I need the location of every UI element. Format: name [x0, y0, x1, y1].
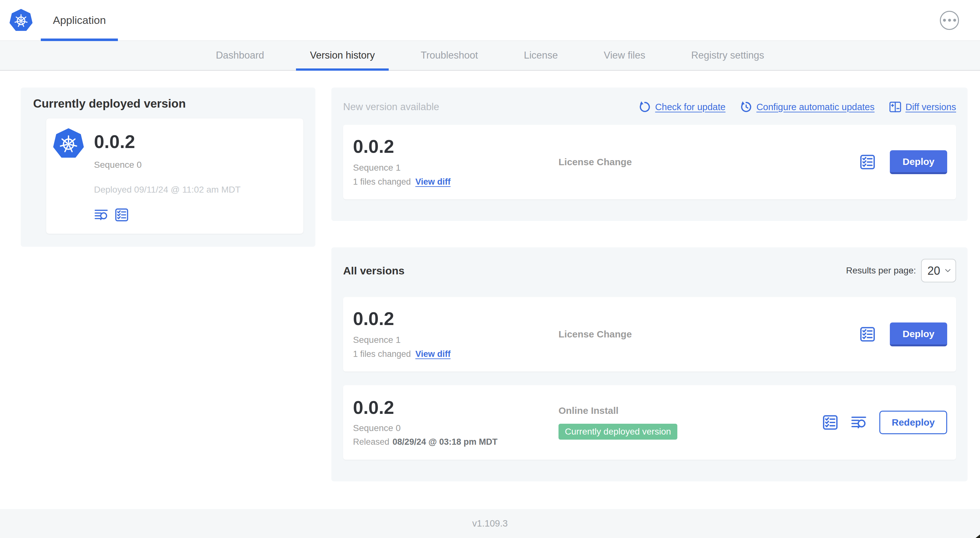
kots-admin-console: { "colors": { "primary_blue": "#3B6CDE",… [0, 0, 980, 538]
released-row: Released 08/29/24 @ 03:18 pm MDT [353, 437, 558, 447]
checklist-icon[interactable] [115, 208, 129, 222]
tab-license[interactable]: License [501, 41, 581, 70]
app-nav: Dashboard Version history Troubleshoot L… [0, 41, 980, 71]
version-source: License Change [558, 157, 859, 167]
overflow-menu-button[interactable] [940, 11, 959, 30]
checklist-icon[interactable] [822, 414, 838, 431]
tab-registry-settings[interactable]: Registry settings [668, 41, 787, 70]
version-info: 0.0.2 Sequence 1 1 files changed View di… [353, 137, 558, 187]
currently-deployed-title: Currently deployed version [33, 97, 304, 111]
source-label: License Change [558, 157, 632, 167]
tab-view-files[interactable]: View files [581, 41, 668, 70]
logs-icon[interactable] [94, 208, 109, 222]
new-version-panel: New version available Check for update C… [331, 87, 967, 221]
version-actions: Deploy [859, 322, 947, 346]
deployed-version-details: 0.0.2 Sequence 0 Deployed 09/11/24 @ 11:… [94, 128, 240, 222]
deployed-card-actions [94, 208, 240, 222]
version-sequence: Sequence 1 [353, 335, 558, 345]
configure-automatic-updates-link[interactable]: Configure automatic updates [740, 100, 875, 114]
version-number: 0.0.2 [353, 137, 558, 156]
main-content: Currently deployed version 0.0.2 Sequenc… [0, 71, 980, 509]
currently-deployed-panel: Currently deployed version 0.0.2 Sequenc… [21, 87, 315, 247]
checklist-icon[interactable] [859, 154, 876, 170]
view-diff-link[interactable]: View diff [415, 349, 451, 359]
version-row: 0.0.2 Sequence 1 1 files changed View di… [343, 297, 956, 371]
version-sequence: Sequence 0 [353, 423, 558, 433]
version-info: 0.0.2 Sequence 1 1 files changed View di… [353, 309, 558, 359]
all-versions-panel: All versions Results per page: 20 0.0.2 … [331, 248, 967, 481]
files-changed-row: 1 files changed View diff [353, 177, 558, 187]
files-changed-text: 1 files changed [353, 349, 411, 359]
results-per-page-label: Results per page: [846, 265, 916, 276]
source-label: Online Install [558, 405, 618, 416]
version-row: 0.0.2 Sequence 0 Released 08/29/24 @ 03:… [343, 385, 956, 460]
deploy-button[interactable]: Deploy [890, 322, 947, 346]
all-versions-title: All versions [343, 265, 405, 277]
version-number: 0.0.2 [353, 309, 558, 328]
deployed-sequence: Sequence 0 [94, 160, 240, 170]
diff-versions-link[interactable]: Diff versions [889, 100, 956, 114]
logs-icon[interactable] [851, 414, 867, 431]
redeploy-button[interactable]: Redeploy [879, 411, 947, 434]
files-changed-row: 1 files changed View diff [353, 349, 558, 359]
deploy-button[interactable]: Deploy [890, 150, 947, 174]
new-version-panel-head: New version available Check for update C… [343, 87, 956, 114]
released-prefix: Released [353, 437, 389, 447]
results-per-page-select-wrap: 20 [921, 259, 956, 282]
results-per-page: Results per page: 20 [846, 259, 956, 282]
released-date: 08/29/24 @ 03:18 pm MDT [393, 437, 497, 447]
version-info: 0.0.2 Sequence 0 Released 08/29/24 @ 03:… [353, 398, 558, 447]
version-actions: Deploy [859, 150, 947, 174]
scheduled-update-icon [740, 100, 753, 114]
check-for-update-link[interactable]: Check for update [638, 100, 725, 114]
console-version: v1.109.3 [472, 518, 508, 529]
app-header: Application [0, 0, 980, 41]
tab-troubleshoot[interactable]: Troubleshoot [398, 41, 501, 70]
version-source: Online Install Currently deployed versio… [558, 405, 822, 440]
version-actions: Redeploy [822, 411, 947, 434]
kubernetes-logo-icon [10, 9, 32, 32]
ellipsis-icon [943, 19, 946, 22]
all-versions-head: All versions Results per page: 20 [343, 248, 956, 282]
update-actions: Check for update Configure automatic upd… [638, 100, 956, 114]
deployed-version-number: 0.0.2 [94, 132, 240, 151]
source-label: License Change [558, 329, 632, 340]
kubernetes-logo-icon [53, 128, 84, 159]
files-changed-text: 1 files changed [353, 177, 411, 187]
app-tab[interactable]: Application [41, 0, 118, 41]
app-footer: v1.109.3 [0, 509, 980, 538]
refresh-icon [638, 100, 652, 114]
currently-deployed-badge: Currently deployed version [558, 424, 677, 440]
results-per-page-select[interactable]: 20 [921, 259, 956, 282]
right-column: New version available Check for update C… [331, 87, 967, 481]
new-version-title: New version available [343, 101, 439, 113]
tab-version-history[interactable]: Version history [287, 41, 398, 70]
version-sequence: Sequence 1 [353, 163, 558, 173]
view-diff-link[interactable]: View diff [415, 177, 451, 187]
new-version-card: 0.0.2 Sequence 1 1 files changed View di… [343, 125, 956, 199]
app-title: Application [53, 14, 106, 26]
version-number: 0.0.2 [353, 398, 558, 417]
deployed-timestamp: Deployed 09/11/24 @ 11:02 am MDT [94, 185, 240, 195]
tab-dashboard[interactable]: Dashboard [193, 41, 287, 70]
version-source: License Change [558, 329, 859, 340]
diff-icon [889, 100, 902, 114]
deployed-version-card: 0.0.2 Sequence 0 Deployed 09/11/24 @ 11:… [46, 118, 304, 234]
checklist-icon[interactable] [859, 326, 876, 343]
